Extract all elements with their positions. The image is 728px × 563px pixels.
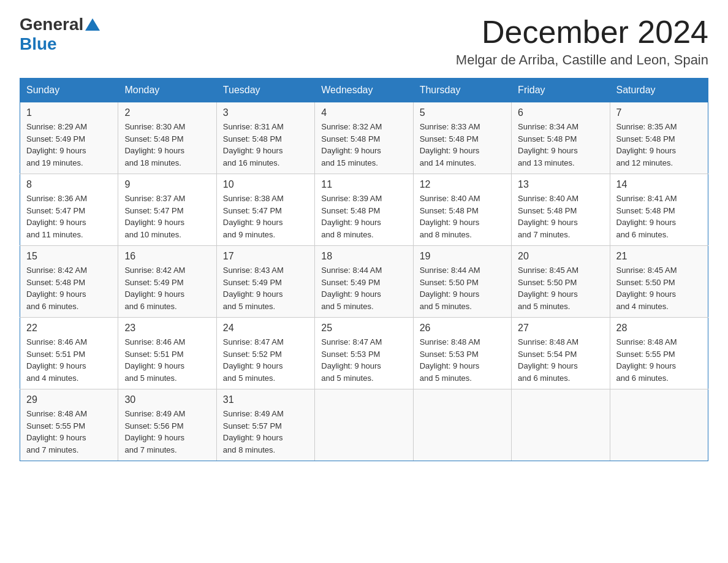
day-info: Sunrise: 8:48 AM Sunset: 5:55 PM Dayligh… bbox=[616, 336, 702, 384]
day-number: 8 bbox=[26, 179, 112, 190]
day-info: Sunrise: 8:37 AM Sunset: 5:47 PM Dayligh… bbox=[124, 193, 210, 240]
calendar-header-row: SundayMondayTuesdayWednesdayThursdayFrid… bbox=[20, 79, 708, 102]
day-info: Sunrise: 8:48 AM Sunset: 5:54 PM Dayligh… bbox=[518, 336, 603, 384]
day-info: Sunrise: 8:32 AM Sunset: 5:48 PM Dayligh… bbox=[321, 121, 406, 169]
day-cell: 28 Sunrise: 8:48 AM Sunset: 5:55 PM Dayl… bbox=[610, 318, 708, 389]
day-number: 10 bbox=[223, 179, 308, 190]
day-cell: 3 Sunrise: 8:31 AM Sunset: 5:48 PM Dayli… bbox=[216, 102, 314, 174]
day-number: 21 bbox=[616, 251, 702, 262]
day-info: Sunrise: 8:42 AM Sunset: 5:48 PM Dayligh… bbox=[26, 264, 112, 312]
header-tuesday: Tuesday bbox=[216, 79, 314, 102]
day-number: 22 bbox=[26, 323, 112, 334]
day-number: 14 bbox=[616, 179, 702, 190]
day-cell: 21 Sunrise: 8:45 AM Sunset: 5:50 PM Dayl… bbox=[610, 246, 708, 318]
day-number: 6 bbox=[518, 107, 603, 118]
day-info: Sunrise: 8:45 AM Sunset: 5:50 PM Dayligh… bbox=[518, 264, 603, 312]
day-number: 13 bbox=[518, 179, 603, 190]
week-row-2: 8 Sunrise: 8:36 AM Sunset: 5:47 PM Dayli… bbox=[20, 174, 708, 246]
calendar-table: SundayMondayTuesdayWednesdayThursdayFrid… bbox=[20, 78, 708, 461]
day-number: 17 bbox=[223, 251, 308, 262]
day-info: Sunrise: 8:30 AM Sunset: 5:48 PM Dayligh… bbox=[124, 121, 210, 169]
day-cell: 22 Sunrise: 8:46 AM Sunset: 5:51 PM Dayl… bbox=[20, 318, 118, 389]
day-cell: 9 Sunrise: 8:37 AM Sunset: 5:47 PM Dayli… bbox=[118, 174, 216, 246]
day-info: Sunrise: 8:47 AM Sunset: 5:52 PM Dayligh… bbox=[223, 336, 308, 384]
day-number: 28 bbox=[616, 323, 702, 334]
day-info: Sunrise: 8:46 AM Sunset: 5:51 PM Dayligh… bbox=[26, 336, 112, 384]
day-cell: 10 Sunrise: 8:38 AM Sunset: 5:47 PM Dayl… bbox=[216, 174, 314, 246]
day-number: 31 bbox=[223, 394, 308, 405]
day-cell: 16 Sunrise: 8:42 AM Sunset: 5:49 PM Dayl… bbox=[118, 246, 216, 318]
day-number: 18 bbox=[321, 251, 406, 262]
day-number: 3 bbox=[223, 107, 308, 118]
day-info: Sunrise: 8:41 AM Sunset: 5:48 PM Dayligh… bbox=[616, 193, 702, 240]
day-cell: 30 Sunrise: 8:49 AM Sunset: 5:56 PM Dayl… bbox=[118, 389, 216, 461]
day-info: Sunrise: 8:40 AM Sunset: 5:48 PM Dayligh… bbox=[518, 193, 603, 240]
day-cell: 12 Sunrise: 8:40 AM Sunset: 5:48 PM Dayl… bbox=[413, 174, 511, 246]
day-cell: 4 Sunrise: 8:32 AM Sunset: 5:48 PM Dayli… bbox=[315, 102, 413, 174]
day-info: Sunrise: 8:44 AM Sunset: 5:49 PM Dayligh… bbox=[321, 264, 406, 312]
header-friday: Friday bbox=[512, 79, 610, 102]
day-cell: 27 Sunrise: 8:48 AM Sunset: 5:54 PM Dayl… bbox=[512, 318, 610, 389]
day-number: 9 bbox=[124, 179, 210, 190]
day-cell: 26 Sunrise: 8:48 AM Sunset: 5:53 PM Dayl… bbox=[413, 318, 511, 389]
day-cell: 7 Sunrise: 8:35 AM Sunset: 5:48 PM Dayli… bbox=[610, 102, 708, 174]
day-cell: 25 Sunrise: 8:47 AM Sunset: 5:53 PM Dayl… bbox=[315, 318, 413, 389]
day-cell: 14 Sunrise: 8:41 AM Sunset: 5:48 PM Dayl… bbox=[610, 174, 708, 246]
day-number: 15 bbox=[26, 251, 112, 262]
day-cell: 2 Sunrise: 8:30 AM Sunset: 5:48 PM Dayli… bbox=[118, 102, 216, 174]
day-cell: 18 Sunrise: 8:44 AM Sunset: 5:49 PM Dayl… bbox=[315, 246, 413, 318]
header-monday: Monday bbox=[118, 79, 216, 102]
week-row-3: 15 Sunrise: 8:42 AM Sunset: 5:48 PM Dayl… bbox=[20, 246, 708, 318]
day-info: Sunrise: 8:38 AM Sunset: 5:47 PM Dayligh… bbox=[223, 193, 308, 240]
day-info: Sunrise: 8:34 AM Sunset: 5:48 PM Dayligh… bbox=[518, 121, 603, 169]
day-info: Sunrise: 8:35 AM Sunset: 5:48 PM Dayligh… bbox=[616, 121, 702, 169]
day-cell: 29 Sunrise: 8:48 AM Sunset: 5:55 PM Dayl… bbox=[20, 389, 118, 461]
day-info: Sunrise: 8:46 AM Sunset: 5:51 PM Dayligh… bbox=[124, 336, 210, 384]
day-info: Sunrise: 8:36 AM Sunset: 5:47 PM Dayligh… bbox=[26, 193, 112, 240]
day-number: 5 bbox=[420, 107, 505, 118]
day-info: Sunrise: 8:40 AM Sunset: 5:48 PM Dayligh… bbox=[420, 193, 505, 240]
day-cell bbox=[413, 389, 511, 461]
day-number: 4 bbox=[321, 107, 406, 118]
day-number: 20 bbox=[518, 251, 603, 262]
header-thursday: Thursday bbox=[413, 79, 511, 102]
day-cell: 23 Sunrise: 8:46 AM Sunset: 5:51 PM Dayl… bbox=[118, 318, 216, 389]
day-info: Sunrise: 8:42 AM Sunset: 5:49 PM Dayligh… bbox=[124, 264, 210, 312]
day-info: Sunrise: 8:29 AM Sunset: 5:49 PM Dayligh… bbox=[26, 121, 112, 169]
day-info: Sunrise: 8:31 AM Sunset: 5:48 PM Dayligh… bbox=[223, 121, 308, 169]
day-number: 25 bbox=[321, 323, 406, 334]
day-cell: 20 Sunrise: 8:45 AM Sunset: 5:50 PM Dayl… bbox=[512, 246, 610, 318]
week-row-1: 1 Sunrise: 8:29 AM Sunset: 5:49 PM Dayli… bbox=[20, 102, 708, 174]
day-cell: 13 Sunrise: 8:40 AM Sunset: 5:48 PM Dayl… bbox=[512, 174, 610, 246]
day-info: Sunrise: 8:49 AM Sunset: 5:56 PM Dayligh… bbox=[124, 408, 210, 456]
day-cell: 17 Sunrise: 8:43 AM Sunset: 5:49 PM Dayl… bbox=[216, 246, 314, 318]
day-cell: 24 Sunrise: 8:47 AM Sunset: 5:52 PM Dayl… bbox=[216, 318, 314, 389]
day-cell: 11 Sunrise: 8:39 AM Sunset: 5:48 PM Dayl… bbox=[315, 174, 413, 246]
page-header: General Blue December 2024 Melgar de Arr… bbox=[20, 15, 708, 68]
location-title: Melgar de Arriba, Castille and Leon, Spa… bbox=[456, 52, 708, 68]
day-cell: 15 Sunrise: 8:42 AM Sunset: 5:48 PM Dayl… bbox=[20, 246, 118, 318]
day-number: 26 bbox=[420, 323, 505, 334]
logo: General Blue bbox=[20, 15, 102, 54]
day-number: 24 bbox=[223, 323, 308, 334]
week-row-4: 22 Sunrise: 8:46 AM Sunset: 5:51 PM Dayl… bbox=[20, 318, 708, 389]
day-info: Sunrise: 8:33 AM Sunset: 5:48 PM Dayligh… bbox=[420, 121, 505, 169]
day-number: 7 bbox=[616, 107, 702, 118]
day-cell: 1 Sunrise: 8:29 AM Sunset: 5:49 PM Dayli… bbox=[20, 102, 118, 174]
day-cell: 6 Sunrise: 8:34 AM Sunset: 5:48 PM Dayli… bbox=[512, 102, 610, 174]
day-number: 30 bbox=[124, 394, 210, 405]
day-number: 23 bbox=[124, 323, 210, 334]
day-cell: 31 Sunrise: 8:49 AM Sunset: 5:57 PM Dayl… bbox=[216, 389, 314, 461]
month-title: December 2024 bbox=[456, 15, 708, 50]
day-cell: 19 Sunrise: 8:44 AM Sunset: 5:50 PM Dayl… bbox=[413, 246, 511, 318]
day-number: 29 bbox=[26, 394, 112, 405]
day-cell bbox=[512, 389, 610, 461]
title-section: December 2024 Melgar de Arriba, Castille… bbox=[456, 15, 708, 68]
day-number: 2 bbox=[124, 107, 210, 118]
day-info: Sunrise: 8:48 AM Sunset: 5:53 PM Dayligh… bbox=[420, 336, 505, 384]
day-number: 1 bbox=[26, 107, 112, 118]
day-number: 16 bbox=[124, 251, 210, 262]
day-info: Sunrise: 8:48 AM Sunset: 5:55 PM Dayligh… bbox=[26, 408, 112, 456]
day-info: Sunrise: 8:45 AM Sunset: 5:50 PM Dayligh… bbox=[616, 264, 702, 312]
day-number: 11 bbox=[321, 179, 406, 190]
